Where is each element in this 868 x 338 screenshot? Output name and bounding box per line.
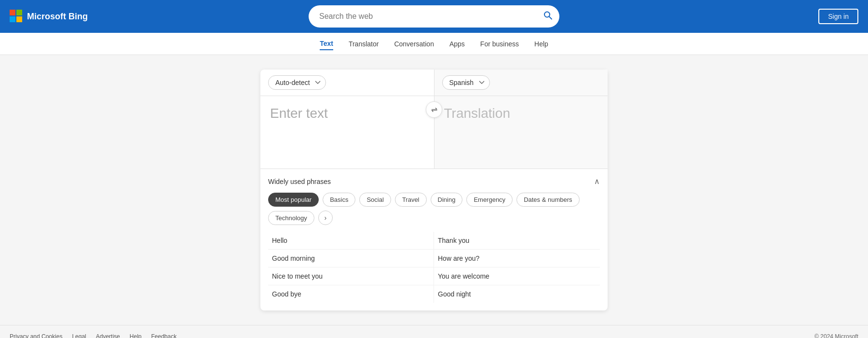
footer-legal[interactable]: Legal <box>72 333 86 338</box>
header: Microsoft Bing Sign in <box>0 0 868 33</box>
phrases-title: Widely used phrases <box>268 178 331 185</box>
source-language-select[interactable]: Auto-detect English French German <box>268 75 326 90</box>
nav-item-for-business[interactable]: For business <box>480 38 519 50</box>
nav-item-apps[interactable]: Apps <box>449 38 465 50</box>
phrase-how-are-you[interactable]: How are you? <box>434 250 600 268</box>
logo[interactable]: Microsoft Bing <box>10 10 88 23</box>
translation-area: Auto-detect English French German Enter … <box>260 70 608 169</box>
swap-icon: ⇌ <box>431 105 437 114</box>
tag-travel[interactable]: Travel <box>395 193 427 207</box>
source-lang-header: Auto-detect English French German <box>260 70 434 96</box>
right-phrases-col: Thank you How are you? You are welcome G… <box>434 232 600 303</box>
footer-feedback[interactable]: Feedback <box>151 333 176 338</box>
phrase-tags-row: Most popular Basics Social Travel Dining… <box>268 193 600 225</box>
nav-item-translator[interactable]: Translator <box>349 38 379 50</box>
footer-advertise[interactable]: Advertise <box>96 333 120 338</box>
logo-text: Microsoft Bing <box>27 12 88 22</box>
search-bar-wrapper <box>309 5 559 28</box>
source-placeholder: Enter text <box>270 106 328 121</box>
sign-in-button[interactable]: Sign in <box>818 9 858 24</box>
nav-bar: Text Translator Conversation Apps For bu… <box>0 33 868 55</box>
footer-links: Privacy and Cookies Legal Advertise Help… <box>10 333 176 338</box>
phrase-nice-to-meet-you[interactable]: Nice to meet you <box>268 268 434 285</box>
source-text-area: Enter text <box>260 96 434 169</box>
source-panel: Auto-detect English French German Enter … <box>260 70 434 169</box>
search-input[interactable] <box>309 5 559 28</box>
collapse-phrases-button[interactable]: ∧ <box>594 177 600 186</box>
next-icon: › <box>324 214 326 222</box>
tag-most-popular[interactable]: Most popular <box>268 193 319 207</box>
phrase-thank-you[interactable]: Thank you <box>434 232 600 250</box>
search-button[interactable] <box>543 11 553 23</box>
tag-technology[interactable]: Technology <box>268 211 314 225</box>
tag-social[interactable]: Social <box>359 193 391 207</box>
bing-logo-icon <box>10 10 23 23</box>
search-icon <box>543 11 553 20</box>
nav-item-text[interactable]: Text <box>320 38 333 50</box>
tag-dates-numbers[interactable]: Dates & numbers <box>516 193 579 207</box>
left-phrases-col: Hello Good morning Nice to meet you Good… <box>268 232 434 303</box>
collapse-icon: ∧ <box>594 177 600 185</box>
phrase-you-are-welcome[interactable]: You are welcome <box>434 268 600 285</box>
main-content: Auto-detect English French German Enter … <box>0 55 868 325</box>
phrase-hello[interactable]: Hello <box>268 232 434 250</box>
target-language-select[interactable]: Spanish French German English <box>442 75 490 90</box>
target-placeholder: Translation <box>444 106 510 121</box>
tag-dining[interactable]: Dining <box>431 193 463 207</box>
footer-privacy[interactable]: Privacy and Cookies <box>10 333 62 338</box>
target-panel: Spanish French German English Translatio… <box>434 70 608 169</box>
svg-rect-0 <box>10 10 15 15</box>
tags-next-button[interactable]: › <box>318 211 333 225</box>
tag-emergency[interactable]: Emergency <box>466 193 513 207</box>
phrase-good-bye[interactable]: Good bye <box>268 285 434 303</box>
footer-copyright: © 2024 Microsoft <box>814 333 858 338</box>
footer: Privacy and Cookies Legal Advertise Help… <box>0 325 868 338</box>
translator-card: Auto-detect English French German Enter … <box>260 70 608 310</box>
nav-item-conversation[interactable]: Conversation <box>394 38 434 50</box>
phrase-good-night[interactable]: Good night <box>434 285 600 303</box>
target-lang-header: Spanish French German English <box>434 70 608 96</box>
svg-rect-1 <box>16 10 22 15</box>
svg-rect-2 <box>10 16 15 22</box>
footer-help[interactable]: Help <box>130 333 142 338</box>
svg-rect-3 <box>16 16 22 22</box>
nav-item-help[interactable]: Help <box>534 38 548 50</box>
phrases-header: Widely used phrases ∧ <box>268 177 600 186</box>
phrase-good-morning[interactable]: Good morning <box>268 250 434 268</box>
swap-languages-button[interactable]: ⇌ <box>426 101 442 118</box>
phrases-section: Widely used phrases ∧ Most popular Basic… <box>260 169 608 310</box>
tag-basics[interactable]: Basics <box>323 193 355 207</box>
phrase-columns: Hello Good morning Nice to meet you Good… <box>268 232 600 303</box>
target-text-area: Translation <box>434 96 608 169</box>
svg-line-5 <box>549 16 552 19</box>
